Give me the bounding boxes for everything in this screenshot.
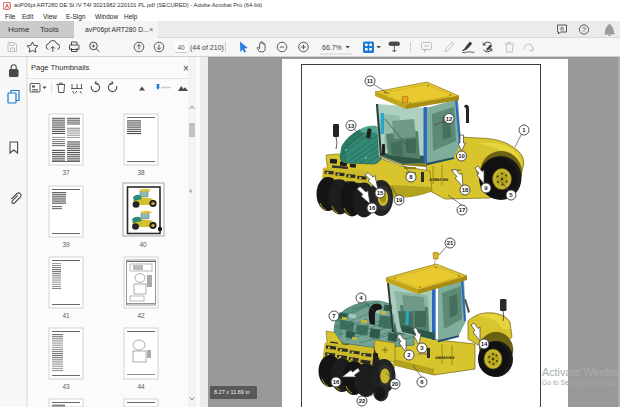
svg-text:43: 43: [62, 383, 70, 390]
svg-text:39: 39: [62, 241, 70, 248]
svg-text:?: ?: [582, 26, 586, 33]
svg-text:66.7%: 66.7%: [322, 44, 342, 51]
svg-text:10: 10: [458, 153, 465, 159]
svg-text:40: 40: [139, 241, 147, 248]
svg-text:(44 of 210): (44 of 210): [190, 44, 224, 52]
svg-text:11: 11: [367, 78, 374, 84]
svg-text:41: 41: [62, 312, 70, 319]
svg-text:14: 14: [481, 341, 488, 347]
svg-text:19: 19: [396, 197, 403, 203]
svg-text:13: 13: [348, 123, 355, 129]
svg-text:21: 21: [447, 240, 454, 246]
svg-text:37: 37: [62, 169, 70, 176]
svg-text:22: 22: [359, 398, 366, 404]
svg-text:16: 16: [369, 205, 376, 211]
svg-text:18: 18: [462, 187, 469, 193]
svg-text:AMMANN: AMMANN: [429, 177, 449, 182]
svg-text:20: 20: [392, 381, 399, 387]
svg-text:38: 38: [137, 169, 145, 176]
svg-text:16: 16: [333, 379, 340, 385]
svg-text:12: 12: [446, 116, 453, 122]
svg-text:17: 17: [459, 207, 466, 213]
svg-text:15: 15: [377, 190, 384, 196]
svg-text:40: 40: [177, 44, 185, 51]
svg-text:42: 42: [137, 312, 145, 319]
svg-text:AMMANN: AMMANN: [435, 355, 455, 360]
svg-text:44: 44: [137, 383, 145, 390]
